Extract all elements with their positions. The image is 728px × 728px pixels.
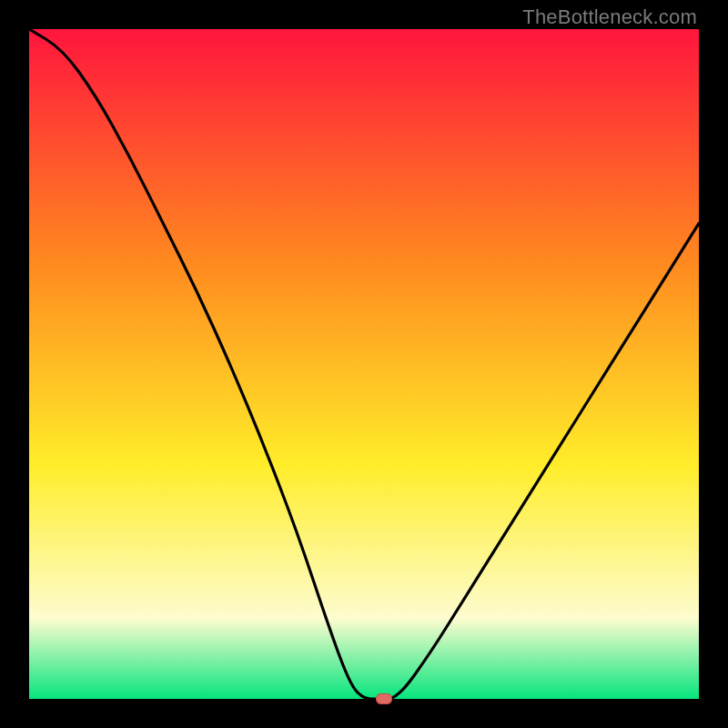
plot-area [29, 29, 699, 699]
bottleneck-curve [29, 29, 699, 699]
watermark-text: TheBottleneck.com [522, 5, 697, 29]
minimum-marker [376, 693, 392, 704]
chart-frame: TheBottleneck.com [0, 0, 728, 728]
